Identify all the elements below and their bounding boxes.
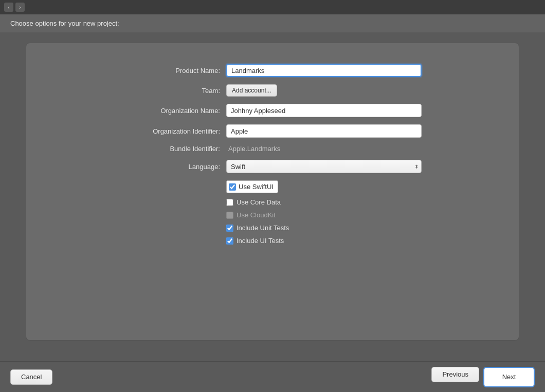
add-account-button[interactable]: Add account... (226, 84, 277, 97)
include-ui-tests-label: Include UI Tests (237, 237, 284, 245)
language-label: Language: (123, 163, 226, 171)
include-ui-tests-row: Include UI Tests (226, 237, 422, 245)
use-swiftui-label: Use SwiftUI (239, 183, 274, 191)
nav-back-arrow[interactable]: ‹ (4, 3, 13, 12)
page-title: Choose options for your new project: (10, 20, 119, 27)
bundle-identifier-label: Bundle Identifier: (123, 145, 226, 153)
organization-identifier-label: Organization Identifier: (123, 127, 226, 135)
team-label: Team: (123, 87, 226, 95)
previous-button[interactable]: Previous (431, 367, 479, 382)
top-bar: ‹ › (0, 0, 545, 14)
include-unit-tests-label: Include Unit Tests (237, 224, 289, 232)
bundle-identifier-row: Bundle Identifier: Apple.Landmarks (123, 145, 422, 153)
dialog-panel: Product Name: Team: Add account... Organ… (26, 43, 519, 341)
next-button[interactable]: Next (483, 367, 535, 387)
organization-name-label: Organization Name: (123, 107, 226, 115)
language-row: Language: Swift Objective-C ⬍ (123, 160, 422, 173)
use-cloudkit-label: Use CloudKit (237, 211, 276, 219)
language-select[interactable]: Swift Objective-C (226, 160, 422, 173)
use-cloudkit-checkbox (226, 212, 233, 219)
include-unit-tests-row: Include Unit Tests (226, 224, 422, 232)
use-swiftui-checkbox[interactable] (229, 183, 236, 191)
include-ui-tests-checkbox[interactable] (226, 237, 233, 245)
team-row: Team: Add account... (123, 84, 422, 97)
use-core-data-checkbox[interactable] (226, 199, 233, 206)
language-select-container: Swift Objective-C ⬍ (226, 160, 422, 173)
include-unit-tests-checkbox[interactable] (226, 225, 233, 232)
form-container: Product Name: Team: Add account... Organ… (123, 64, 422, 245)
bundle-identifier-value: Apple.Landmarks (226, 145, 280, 153)
use-cloudkit-row: Use CloudKit (226, 211, 422, 219)
organization-name-row: Organization Name: (123, 104, 422, 117)
use-core-data-label: Use Core Data (237, 198, 281, 206)
main-content: Product Name: Team: Add account... Organ… (0, 32, 545, 351)
use-core-data-row: Use Core Data (226, 198, 422, 206)
product-name-label: Product Name: (123, 67, 226, 74)
checkboxes-area: Use SwiftUI Use Core Data Use CloudKit I… (226, 180, 422, 245)
organization-identifier-row: Organization Identifier: (123, 124, 422, 138)
nav-forward-arrow[interactable]: › (15, 3, 25, 12)
right-buttons: Previous Next (431, 367, 535, 387)
nav-arrows: ‹ › (4, 3, 25, 12)
product-name-input[interactable] (226, 64, 422, 77)
use-swiftui-row: Use SwiftUI (226, 180, 422, 193)
cancel-button[interactable]: Cancel (10, 369, 52, 385)
organization-name-input[interactable] (226, 104, 422, 117)
swiftui-highlight-box: Use SwiftUI (226, 180, 278, 193)
product-name-row: Product Name: (123, 64, 422, 77)
bottom-bar: Cancel Previous Next (0, 361, 545, 392)
organization-identifier-input[interactable] (226, 124, 422, 138)
header-area: Choose options for your new project: (0, 14, 545, 32)
